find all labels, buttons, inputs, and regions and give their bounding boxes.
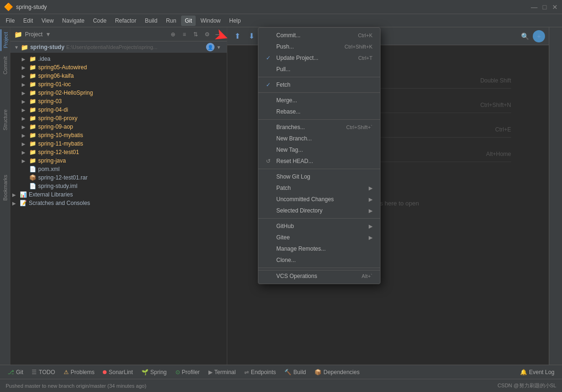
git-menu-push[interactable]: Push... Ctrl+Shift+K: [258, 41, 380, 52]
bottom-tab-git[interactable]: ⎇ Git: [4, 367, 27, 377]
git-menu-branches[interactable]: Branches... Ctrl+Shift+`: [258, 122, 380, 133]
minimize-button[interactable]: —: [531, 4, 537, 10]
tree-item-spring01[interactable]: ▶ 📁 spring-01-ioc: [10, 80, 227, 89]
fetch-label: Fetch: [276, 82, 290, 88]
menu-git[interactable]: Git: [181, 16, 196, 26]
bottom-tab-todo[interactable]: ☰ TODO: [28, 367, 58, 377]
tree-label: spring-11-mybatis: [38, 140, 83, 147]
git-menu-clone[interactable]: Clone...: [258, 254, 380, 266]
project-dropdown-icon[interactable]: ▼: [45, 31, 51, 38]
git-menu-new-tag[interactable]: New Tag...: [258, 144, 380, 155]
git-menu-reset-head[interactable]: ↺ Reset HEAD...: [258, 155, 380, 167]
bottom-tab-terminal[interactable]: ▶ Terminal: [205, 367, 240, 377]
tree-item-spring12[interactable]: ▶ 📁 spring-12-test01: [10, 148, 227, 156]
bottom-tab-spring[interactable]: 🌱 Spring: [138, 367, 171, 377]
menu-refactor[interactable]: Refactor: [111, 16, 140, 26]
git-menu-new-branch[interactable]: New Branch...: [258, 133, 380, 144]
bottom-tab-sonar[interactable]: SonarLint: [99, 367, 136, 377]
project-header: 📁 Project ▼ ⊕ ≡ ⇅ ⚙ —: [10, 27, 227, 41]
git-dropdown-menu: Commit... Ctrl+K Push... Ctrl+Shift+K ✓ …: [258, 27, 380, 284]
tree-item-spring03[interactable]: ▶ 📁 spring-03: [10, 97, 227, 106]
tree-item-spring05[interactable]: ▶ 📁 spring05-Autowired: [10, 63, 227, 72]
bottom-tab-endpoints[interactable]: ⇌ Endpoints: [240, 367, 280, 377]
left-tab-structure[interactable]: Structure: [1, 106, 9, 133]
tree-item-ext-libs[interactable]: ▶ 📊 External Libraries: [10, 190, 227, 199]
menu-navigate[interactable]: Navigate: [58, 16, 88, 26]
maximize-button[interactable]: □: [541, 4, 548, 10]
todo-tab-icon: ☰: [32, 369, 37, 376]
tree-item-spring11[interactable]: ▶ 📁 spring-11-mybatis: [10, 139, 227, 148]
bottom-tab-eventlog[interactable]: 🔔 Event Log: [516, 367, 558, 377]
collapse-all-button[interactable]: ≡: [180, 30, 189, 39]
tree-item-spring06[interactable]: ▶ 📁 spring06-kaifa: [10, 72, 227, 80]
root-path: E:\Users\potential\IdeaProjects\spring..…: [66, 44, 157, 50]
git-menu-selected-dir[interactable]: Selected Directory ▶: [258, 205, 380, 216]
expand-button[interactable]: ⇅: [191, 30, 200, 39]
tree-item-idea[interactable]: ▶ 📁 .idea: [10, 55, 227, 63]
patch-label: Patch: [276, 185, 291, 191]
git-push-icon[interactable]: ⬆: [231, 30, 243, 42]
git-menu-merge[interactable]: Merge...: [258, 95, 380, 106]
tree-item-spring09[interactable]: ▶ 📁 spring-09-aop: [10, 122, 227, 131]
tree-item-iml[interactable]: 📄 spring-study.iml: [10, 182, 227, 190]
git-menu-fetch[interactable]: ✓ Fetch: [258, 79, 380, 90]
menu-window[interactable]: Window: [197, 16, 224, 26]
tree-arrow: ▶: [22, 99, 27, 104]
menu-run[interactable]: Run: [162, 16, 180, 26]
tree-item-spring02[interactable]: ▶ 📁 spring-02-HelloSpring: [10, 89, 227, 97]
add-module-button[interactable]: ⊕: [168, 30, 178, 39]
git-menu-show-git-log[interactable]: Show Git Log: [258, 171, 380, 182]
git-menu-rebase[interactable]: Rebase...: [258, 106, 380, 117]
git-menu-patch[interactable]: Patch ▶: [258, 182, 380, 194]
tree-item-scratches[interactable]: ▶ 📝 Scratches and Consoles: [10, 199, 227, 207]
git-menu-github[interactable]: GitHub ▶: [258, 220, 380, 232]
tree-item-spring04[interactable]: ▶ 📁 spring-04-di: [10, 106, 227, 114]
tree-arrow: ▶: [22, 57, 27, 62]
menu-edit[interactable]: Edit: [19, 16, 37, 26]
tree-item-rar[interactable]: 📦 spring-12-test01.rar: [10, 173, 227, 182]
bottom-tab-problems[interactable]: ⚠ Problems: [60, 367, 99, 377]
tree-item-spring10[interactable]: ▶ 📁 spring-10-mybatis: [10, 131, 227, 139]
left-tab-bookmarks[interactable]: Bookmarks: [1, 172, 9, 204]
git-menu-update[interactable]: ✓ Update Project... Ctrl+T: [258, 52, 380, 64]
bottom-tab-profiler[interactable]: ⊙ Profiler: [172, 367, 204, 377]
git-menu-commit[interactable]: Commit... Ctrl+K: [258, 30, 380, 41]
menu-help[interactable]: Help: [225, 16, 245, 26]
tree-item-spring08[interactable]: ▶ 📁 spring-08-proxy: [10, 114, 227, 122]
menu-code[interactable]: Code: [89, 16, 110, 26]
tree-label: spring-08-proxy: [38, 115, 77, 122]
build-tab-label: Build: [293, 369, 306, 376]
git-menu-gitee[interactable]: Gitee ▶: [258, 232, 380, 243]
menu-file[interactable]: File: [2, 16, 18, 26]
search-everywhere-icon[interactable]: 🔍: [519, 30, 531, 42]
git-menu-pull[interactable]: Pull...: [258, 64, 380, 75]
tree-item-spring-java[interactable]: ▶ 📁 spring-java: [10, 156, 227, 165]
settings-button[interactable]: ⚙: [202, 30, 212, 39]
folder-icon: 📁: [29, 81, 36, 88]
left-panel-tabs: Project Commit Structure Bookmarks: [0, 27, 10, 365]
hide-panel-button[interactable]: —: [214, 30, 223, 39]
project-root-row[interactable]: ▼ 📁 spring-study E:\Users\potential\Idea…: [10, 41, 227, 53]
menu-build[interactable]: Build: [141, 16, 161, 26]
tree-item-pom[interactable]: 📄 pom.xml: [10, 165, 227, 173]
manage-remotes-label: Manage Remotes...: [276, 245, 326, 252]
left-tab-project[interactable]: Project: [0, 29, 10, 51]
git-menu-uncommitted[interactable]: Uncommitted Changes ▶: [258, 194, 380, 205]
notifications-icon[interactable]: +: [533, 30, 545, 42]
todo-tab-label: TODO: [39, 369, 55, 376]
git-menu-manage-remotes[interactable]: Manage Remotes...: [258, 243, 380, 254]
tree-arrow: ▶: [12, 192, 18, 197]
left-tab-commit[interactable]: Commit: [1, 54, 9, 77]
user-dropdown-arrow[interactable]: ▼: [216, 45, 221, 50]
bottom-tab-dependencies[interactable]: 📦 Dependencies: [311, 367, 364, 377]
bottom-tab-build[interactable]: 🔨 Build: [281, 367, 310, 377]
tree-arrow: ▶: [22, 124, 27, 130]
folder-icon: 📁: [29, 56, 36, 62]
menu-view[interactable]: View: [38, 16, 58, 26]
branches-shortcut: Ctrl+Shift+`: [346, 124, 372, 130]
git-menu-vcs-ops[interactable]: VCS Operations Alt+`: [258, 270, 380, 282]
close-button[interactable]: ✕: [552, 4, 558, 10]
right-sidebar: [549, 27, 562, 365]
folder-icon: 📁: [29, 115, 36, 122]
git-pull-icon[interactable]: ⬇: [245, 30, 257, 42]
